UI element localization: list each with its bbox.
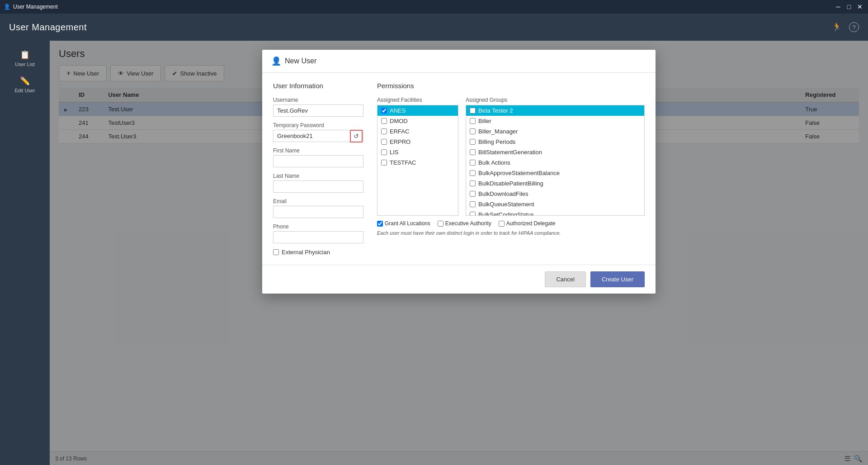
groups-column: Assigned Groups Beta Tester 2BillerBille… bbox=[466, 97, 645, 216]
username-label: Username bbox=[273, 97, 363, 103]
group-label: BulkQueueStatement bbox=[478, 201, 534, 208]
grant-all-locations-checkbox[interactable] bbox=[377, 221, 383, 227]
cancel-button[interactable]: Cancel bbox=[545, 271, 585, 287]
group-item[interactable]: Biller_Manager bbox=[466, 126, 644, 137]
user-info-title: User Information bbox=[273, 82, 363, 90]
group-checkbox[interactable] bbox=[470, 170, 476, 176]
content-area: Users + New User 👁 View User ✔ Show Inac… bbox=[50, 41, 868, 465]
email-input[interactable] bbox=[273, 206, 363, 218]
facility-checkbox[interactable] bbox=[381, 118, 387, 124]
group-checkbox[interactable] bbox=[470, 212, 476, 216]
close-button[interactable]: ✕ bbox=[855, 2, 864, 11]
group-checkbox[interactable] bbox=[470, 149, 476, 155]
group-checkbox[interactable] bbox=[470, 191, 476, 197]
password-input-group: ↺ bbox=[273, 130, 363, 142]
modal-header: 👤 New User bbox=[262, 50, 656, 73]
facility-item[interactable]: ANES bbox=[377, 105, 458, 116]
facility-item[interactable]: DMOD bbox=[377, 116, 458, 126]
group-checkbox[interactable] bbox=[470, 180, 476, 186]
app-header-icons: 🏃 ? bbox=[832, 22, 859, 32]
temp-password-label: Temporary Password bbox=[273, 122, 363, 128]
group-checkbox[interactable] bbox=[470, 160, 476, 166]
facility-checkbox[interactable] bbox=[381, 128, 387, 134]
title-bar-controls: ─ □ ✕ bbox=[834, 2, 864, 11]
group-checkbox[interactable] bbox=[470, 139, 476, 145]
group-label: Billing Periods bbox=[478, 138, 515, 145]
group-checkbox[interactable] bbox=[470, 108, 476, 114]
last-name-input[interactable] bbox=[273, 180, 363, 193]
group-checkbox[interactable] bbox=[470, 201, 476, 207]
phone-group: Phone bbox=[273, 223, 363, 243]
group-item[interactable]: Bulk Actions bbox=[466, 157, 644, 168]
email-label: Email bbox=[273, 198, 363, 204]
modal-title: New User bbox=[285, 57, 316, 65]
last-name-label: Last Name bbox=[273, 173, 363, 179]
username-input[interactable] bbox=[273, 104, 363, 117]
group-checkbox[interactable] bbox=[470, 118, 476, 124]
group-item[interactable]: BillStatementGeneration bbox=[466, 147, 644, 157]
group-item[interactable]: BulkDisablePatientBilling bbox=[466, 178, 644, 189]
group-label: Beta Tester 2 bbox=[478, 107, 513, 114]
sidebar-item-label-edit-user: Edit User bbox=[14, 88, 35, 93]
main-layout: 📋 User List ✏️ Edit User Users + New Use… bbox=[0, 41, 868, 465]
facility-label: ERFAC bbox=[390, 128, 409, 135]
grant-all-locations-text: Grant All Locations bbox=[385, 220, 430, 227]
authorized-delegate-checkbox[interactable] bbox=[499, 221, 505, 227]
group-item[interactable]: BulkQueueStatement bbox=[466, 199, 644, 209]
modal-overlay: 👤 New User User Information Username Tem… bbox=[50, 41, 868, 465]
external-physician-checkbox[interactable] bbox=[273, 249, 279, 255]
first-name-label: First Name bbox=[273, 147, 363, 154]
create-user-button[interactable]: Create User bbox=[590, 271, 645, 287]
group-item[interactable]: BulkApproveStatementBalance bbox=[466, 168, 644, 178]
group-label: Biller_Manager bbox=[478, 128, 518, 135]
minimize-button[interactable]: ─ bbox=[834, 2, 843, 11]
group-checkbox[interactable] bbox=[470, 128, 476, 134]
sidebar-item-user-list[interactable]: 📋 User List bbox=[0, 45, 50, 71]
help-icon[interactable]: ? bbox=[849, 22, 859, 32]
groups-list: Beta Tester 2BillerBiller_ManagerBilling… bbox=[466, 105, 645, 216]
permissions-title: Permissions bbox=[377, 82, 645, 90]
groups-header: Assigned Groups bbox=[466, 97, 645, 103]
permissions-checkboxes: Grant All Locations Executive Authority … bbox=[377, 220, 645, 227]
external-physician-label[interactable]: External Physician bbox=[282, 249, 330, 256]
executive-authority-checkbox[interactable] bbox=[438, 221, 443, 227]
group-label: BulkApproveStatementBalance bbox=[478, 170, 560, 176]
phone-input[interactable] bbox=[273, 231, 363, 243]
permissions-section: Permissions Assigned Facilities ANESDMOD… bbox=[377, 82, 645, 256]
authorized-delegate-label[interactable]: Authorized Delegate bbox=[499, 220, 556, 227]
facility-item[interactable]: ERPRO bbox=[377, 137, 458, 147]
facility-checkbox[interactable] bbox=[381, 149, 387, 155]
group-item[interactable]: Billing Periods bbox=[466, 137, 644, 147]
temp-password-group: Temporary Password ↺ bbox=[273, 122, 363, 142]
facility-label: LIS bbox=[390, 149, 399, 156]
facility-item[interactable]: ERFAC bbox=[377, 126, 458, 137]
last-name-group: Last Name bbox=[273, 173, 363, 193]
modal-header-icon: 👤 bbox=[271, 56, 281, 66]
facility-label: ANES bbox=[390, 107, 406, 114]
modal-footer: Cancel Create User bbox=[262, 265, 656, 294]
group-item[interactable]: Beta Tester 2 bbox=[466, 105, 644, 116]
group-item[interactable]: BulkDownloadFiles bbox=[466, 189, 644, 199]
group-item[interactable]: Biller bbox=[466, 116, 644, 126]
grant-all-locations-label[interactable]: Grant All Locations bbox=[377, 220, 430, 227]
group-label: BulkDisablePatientBilling bbox=[478, 180, 543, 187]
sidebar: 📋 User List ✏️ Edit User bbox=[0, 41, 50, 465]
refresh-password-button[interactable]: ↺ bbox=[350, 130, 363, 142]
facility-checkbox[interactable] bbox=[381, 139, 387, 145]
avatar-icon[interactable]: 🏃 bbox=[832, 22, 842, 32]
executive-authority-label[interactable]: Executive Authority bbox=[438, 220, 491, 227]
sidebar-item-edit-user[interactable]: ✏️ Edit User bbox=[0, 71, 50, 98]
app-header: User Management 🏃 ? bbox=[0, 14, 868, 41]
modal-body: User Information Username Temporary Pass… bbox=[262, 73, 656, 265]
facility-checkbox[interactable] bbox=[381, 108, 387, 114]
group-item[interactable]: BulkSetCodingStatus bbox=[466, 209, 644, 216]
first-name-input[interactable] bbox=[273, 155, 363, 167]
group-label: BulkDownloadFiles bbox=[478, 190, 528, 197]
facilities-list: ANESDMODERFACERPROLISTESTFAC bbox=[377, 105, 458, 216]
facility-item[interactable]: TESTFAC bbox=[377, 157, 458, 168]
facility-item[interactable]: LIS bbox=[377, 147, 458, 157]
restore-button[interactable]: □ bbox=[844, 2, 854, 11]
group-label: Biller bbox=[478, 118, 491, 124]
hipaa-note: Each user must have their own distinct l… bbox=[377, 230, 645, 236]
facility-checkbox[interactable] bbox=[381, 160, 387, 166]
